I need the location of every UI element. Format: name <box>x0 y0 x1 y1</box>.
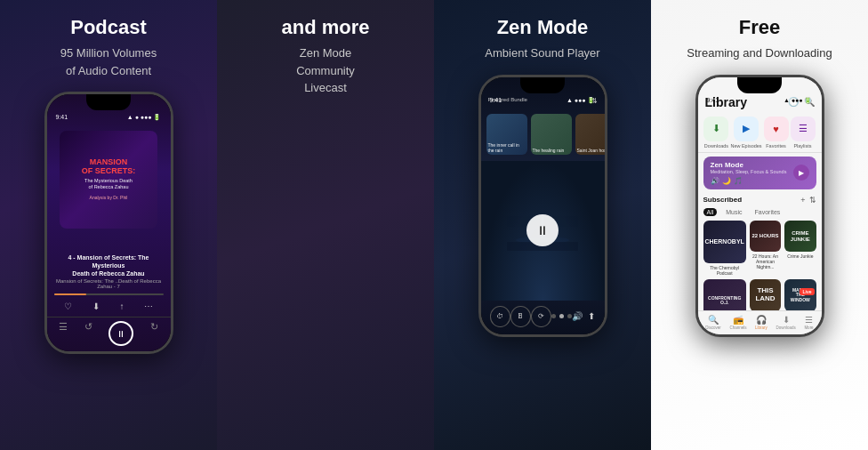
album-cover: MANSIONof SECRETS: The Mysterious Deatho… <box>60 131 157 229</box>
zen-featured-strip: The inner call in the rain The healing r… <box>481 108 605 161</box>
discover-icon: 🔍 <box>708 315 719 325</box>
downloads-icon: ⬇ <box>783 315 790 325</box>
phone-mockup-4: 9:41 ▲ ●●● 🔋 Library 🕐 🔍 ⬇ Downloads ▶ N… <box>695 75 824 337</box>
nav-more[interactable]: ☰ More <box>804 315 813 330</box>
zen-volume-icon[interactable]: 🔊 <box>572 311 583 321</box>
rewind-icon[interactable]: ↺ <box>84 321 92 346</box>
zen-moon-icon: 🌙 <box>722 177 731 185</box>
live-badge: Live <box>800 288 814 295</box>
add-icon[interactable]: + <box>800 196 805 205</box>
subscribed-tabs: All Music Favorites <box>703 208 816 216</box>
sort-icon[interactable]: ⇅ <box>809 196 816 205</box>
panel-4-title: Free <box>739 16 780 39</box>
favorites-action[interactable]: ♥ Favorites <box>764 117 789 149</box>
download-icon[interactable]: ⬇ <box>92 301 100 311</box>
share-icon[interactable]: ↑ <box>119 301 124 311</box>
library-icon: 🎧 <box>756 315 767 325</box>
library-bottom-nav: 🔍 Discover 📻 Channels 🎧 Library ⬇ Downlo… <box>698 310 822 334</box>
zen-speaker-icon: 🔊 <box>711 177 719 185</box>
zen-bottom-controls: ⏱ 🎚 ⟳ 🔊 ⬆ <box>481 301 605 334</box>
zen-music-icon: 🎵 <box>734 177 743 185</box>
zen-banner-title: Zen Mode <box>711 161 787 169</box>
playlists-action[interactable]: ☰ Playlists <box>791 117 816 149</box>
status-bar-3: 9:41 ▲ ●●● 🔋 <box>481 93 605 106</box>
zen-thumb-rain[interactable]: The inner call in the rain <box>486 114 527 155</box>
panel-3-title: Zen Mode <box>497 16 589 39</box>
zen-banner-play[interactable]: ▶ <box>793 165 809 181</box>
forward-icon[interactable]: ↻ <box>150 321 158 346</box>
nav-discover[interactable]: 🔍 Discover <box>705 315 721 330</box>
panel-3-subtitle: Ambient Sound Player <box>485 44 599 62</box>
zen-thumb-saint[interactable]: Saint Joan host... <box>575 114 605 155</box>
progress-bar[interactable] <box>47 291 171 298</box>
panel-4-subtitle: Streaming and Downloading <box>687 44 832 62</box>
zen-play-button[interactable]: ⏸ <box>526 214 559 246</box>
phone-screen-3: 9:41 ▲ ●●● 🔋 Featured Bundle ⇅ The inner… <box>481 77 605 334</box>
panel-free: Free Streaming and Downloading 9:41 ▲ ●●… <box>651 0 868 450</box>
heart-icon[interactable]: ♡ <box>64 301 72 311</box>
tab-music[interactable]: Music <box>722 208 745 216</box>
podcast-chernobyl[interactable]: CHERNOBYL The ChernobylPodcast <box>703 221 746 276</box>
phone-screen-1: 9:41 ▲ ● ●●● 🔋 MANSIONof SECRETS: The My… <box>47 94 171 351</box>
album-subtitle: The Mysterious Deathof Rebecca Zahau <box>82 178 136 190</box>
zen-expand-icon[interactable]: ⬆ <box>588 311 595 321</box>
channels-icon: 📻 <box>733 315 743 325</box>
zen-timer-icon[interactable]: ⏱ <box>490 306 510 327</box>
nav-channels[interactable]: 📻 Channels <box>729 315 746 330</box>
quick-actions: ⬇ Downloads ▶ New Episodes ♥ Favorites ☰… <box>698 113 822 153</box>
more-icon[interactable]: ⋯ <box>144 301 153 311</box>
panel-2-title: and more <box>281 16 369 39</box>
zen-thumb-heal[interactable]: The healing rain <box>531 114 572 155</box>
phone-mockup-1: 9:41 ▲ ● ●●● 🔋 MANSIONof SECRETS: The My… <box>44 92 173 354</box>
panel-and-more: and more Zen Mode Community Livecast <box>217 0 434 450</box>
new-episodes-action[interactable]: ▶ New Episodes <box>730 117 761 149</box>
more-nav-icon: ☰ <box>805 315 813 325</box>
zen-mode-banner[interactable]: Zen Mode Meditation, Sleep, Focus & Soun… <box>703 157 816 189</box>
panel-zen-mode: Zen Mode Ambient Sound Player 9:41 ▲ ●●●… <box>434 0 651 450</box>
nav-library[interactable]: 🎧 Library <box>755 315 768 330</box>
player-bottom-nav: ☰ ↺ ⏸ ↻ <box>47 317 171 351</box>
downloads-action[interactable]: ⬇ Downloads <box>703 117 728 149</box>
phone-screen-4: 9:41 ▲ ●●● 🔋 Library 🕐 🔍 ⬇ Downloads ▶ N… <box>698 77 822 334</box>
podcast-crime-junkie[interactable]: CRIMEJUNKIE Crime Junkie <box>784 221 816 276</box>
tab-favorites[interactable]: Favorites <box>751 208 784 216</box>
song-artist: Mansion of Secrets: The ..Death of Rebec… <box>54 278 164 289</box>
player-controls: ♡ ⬇ ↑ ⋯ <box>47 298 171 317</box>
zen-banner-subtitle: Meditation, Sleep, Focus & Sounds <box>711 169 787 174</box>
podcast-22hours[interactable]: 22 HOURS 22 Hours: AnAmerican Nightm... <box>750 221 781 276</box>
panel-2-features: Zen Mode Community Livecast <box>296 44 355 97</box>
zen-dots <box>551 314 572 318</box>
song-info: 4 - Mansion of Secrets: The MysteriousDe… <box>47 250 171 291</box>
panel-podcast: Podcast 95 Million Volumesof Audio Conte… <box>0 0 217 450</box>
zen-mix-icon[interactable]: 🎚 <box>510 306 531 327</box>
panel-1-title: Podcast <box>70 16 147 39</box>
album-title: MANSIONof SECRETS: <box>82 158 136 176</box>
subscribed-title: Subscribed <box>703 196 743 204</box>
status-bar-4: 9:41 ▲ ●●● 🔋 <box>698 93 822 106</box>
zen-main-visual: ⏸ <box>481 161 605 301</box>
play-pause-button[interactable]: ⏸ <box>108 321 133 346</box>
tab-all[interactable]: All <box>703 208 718 216</box>
song-title: 4 - Mansion of Secrets: The MysteriousDe… <box>54 253 164 277</box>
panel-1-subtitle: 95 Million Volumesof Audio Content <box>60 44 157 79</box>
nav-downloads[interactable]: ⬇ Downloads <box>776 315 795 330</box>
list-icon[interactable]: ☰ <box>59 321 68 346</box>
phone-mockup-3: 9:41 ▲ ●●● 🔋 Featured Bundle ⇅ The inner… <box>478 75 607 337</box>
zen-loop-icon[interactable]: ⟳ <box>531 306 551 327</box>
status-bar-1: 9:41 ▲ ● ●●● 🔋 <box>47 110 171 123</box>
